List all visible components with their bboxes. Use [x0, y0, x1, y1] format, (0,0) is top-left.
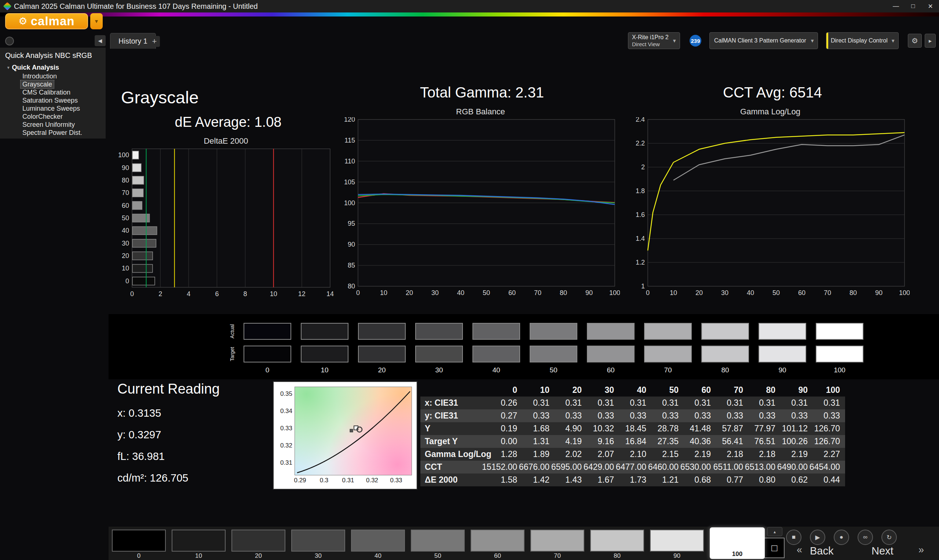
svg-text:60: 60: [508, 289, 516, 297]
target-row-label: Target: [224, 350, 241, 358]
pattern-level-40[interactable]: [351, 529, 405, 552]
table-cell: 0.33: [522, 409, 555, 422]
sidebar-item-cms-calibration[interactable]: CMS Calibration: [20, 88, 72, 96]
svg-text:100: 100: [899, 289, 910, 297]
table-cell: 0.31: [555, 397, 587, 409]
svg-text:105: 105: [344, 178, 355, 186]
refresh-button[interactable]: ↻: [881, 529, 897, 545]
sidebar-item-screen-uniformity[interactable]: Screen Uniformity: [20, 121, 77, 129]
svg-text:70: 70: [534, 289, 541, 297]
sidebar-item-colorchecker[interactable]: ColorChecker: [20, 112, 65, 121]
table-cell: 1.42: [522, 474, 555, 486]
table-cell: 0.33: [684, 409, 716, 422]
sidebar-item-grayscale[interactable]: Grayscale: [20, 80, 54, 88]
sidebar-root-node[interactable]: ▾ Quick Analysis: [0, 63, 106, 72]
svg-text:30: 30: [721, 289, 728, 297]
workspace-menu-button[interactable]: [5, 37, 14, 45]
pattern-level-100[interactable]: 100: [710, 528, 765, 559]
meter-count-badge[interactable]: 239: [689, 35, 701, 46]
table-row-gamma-log-log: Gamma Log/Log1.281.892.022.072.102.152.1…: [420, 448, 845, 461]
meter-dropdown[interactable]: X-Rite i1Pro 2 Direct View ▼: [628, 32, 680, 49]
pattern-generator-dropdown[interactable]: CalMAN Client 3 Pattern Generator ▼: [709, 32, 818, 49]
maximize-button[interactable]: □: [905, 0, 922, 12]
cie-y-tick: 0.35: [276, 390, 292, 398]
swatch-column-label: 90: [759, 366, 806, 374]
sidebar-item-introduction[interactable]: Introduction: [20, 72, 59, 80]
table-cell: 2.10: [619, 448, 651, 461]
pattern-level-10[interactable]: [172, 529, 225, 552]
pattern-level-30[interactable]: [291, 529, 345, 552]
main-menu-dropdown[interactable]: ▼: [90, 13, 103, 29]
sidebar-item-saturation-sweeps[interactable]: Saturation Sweeps: [20, 96, 80, 105]
cie-x-tick: 0.33: [387, 477, 406, 484]
panel-expand-button[interactable]: ▸: [925, 34, 936, 48]
svg-text:14: 14: [327, 290, 334, 298]
table-cell: 126.70: [813, 422, 845, 435]
page-title: Grayscale: [121, 87, 199, 108]
svg-text:85: 85: [348, 262, 355, 269]
svg-text:50: 50: [122, 214, 129, 222]
svg-text:90: 90: [122, 164, 129, 172]
actual-swatch-60: [587, 323, 635, 340]
table-column-header: 40: [619, 384, 651, 397]
minimize-button[interactable]: —: [887, 0, 905, 12]
svg-text:40: 40: [457, 289, 464, 297]
table-row-target-y: Target Y0.001.314.199.1616.8427.3540.365…: [420, 435, 845, 448]
table-cell: 10.32: [587, 422, 619, 435]
svg-text:2: 2: [159, 290, 162, 298]
table-cell: 0.33: [813, 409, 845, 422]
pattern-level-50[interactable]: [411, 529, 465, 552]
patch-label: 0: [112, 552, 166, 560]
actual-swatch-50: [530, 323, 577, 340]
table-column-header: 90: [780, 384, 813, 397]
table-row-cct: CCT15152.006676.006595.006429.006477.006…: [420, 461, 845, 474]
swatch-column-label: 10: [301, 366, 348, 374]
table-cell: 100.26: [780, 435, 813, 448]
next-button[interactable]: Next: [871, 545, 894, 557]
pattern-level-90[interactable]: [650, 529, 704, 552]
next-chevrons-icon[interactable]: »: [919, 544, 924, 555]
pattern-level-60[interactable]: [470, 529, 524, 552]
sidebar-collapse-button[interactable]: ◀: [95, 35, 106, 46]
sidebar-item-spectral-power-dist[interactable]: Spectral Power Dist.: [20, 129, 84, 137]
settings-gear-button[interactable]: ⚙: [908, 34, 922, 48]
back-chevrons-icon[interactable]: «: [797, 544, 802, 555]
table-cell: 0.31: [522, 397, 555, 409]
sidebar-item-luminance-sweeps[interactable]: Luminance Sweeps: [20, 105, 82, 112]
table-row-label: x: CIE31: [420, 397, 490, 409]
display-control-dropdown[interactable]: Direct Display Control ▼: [826, 32, 899, 49]
cie-x-tick: 0.3: [315, 477, 334, 484]
table-cell: 6676.00: [522, 461, 555, 474]
table-cell: 0.31: [619, 397, 651, 409]
table-cell: 126.70: [813, 435, 845, 448]
swatch-column-label: 80: [701, 366, 749, 374]
table-row-label: Gamma Log/Log: [420, 448, 490, 461]
grayscale-table: 0102030405060708090100x: CIE310.260.310.…: [420, 384, 845, 486]
pattern-level-0[interactable]: [112, 529, 166, 552]
table-cell: 6490.00: [780, 461, 813, 474]
svg-text:80: 80: [348, 283, 355, 290]
back-button[interactable]: Back: [810, 545, 833, 557]
table-cell: 40.36: [684, 435, 716, 448]
pattern-level-20[interactable]: [231, 529, 285, 552]
table-row-label: y: CIE31: [420, 409, 490, 422]
window-title: Calman 2025 Calman Ultimate for Business…: [14, 2, 258, 11]
patch-label: 60: [470, 552, 524, 560]
pattern-window-button[interactable]: □: [764, 538, 785, 558]
svg-text:0: 0: [130, 290, 134, 298]
bar-expand-button[interactable]: ▴: [767, 527, 782, 536]
stop-button[interactable]: ■: [786, 529, 802, 545]
play-button[interactable]: ▶: [810, 529, 825, 545]
pattern-level-70[interactable]: [530, 529, 584, 552]
pattern-level-80[interactable]: [590, 529, 644, 552]
reading-cdm2: cd/m²: 126.705: [117, 472, 220, 484]
calman-logo-button[interactable]: ⚙ calman: [5, 13, 88, 29]
svg-text:30: 30: [122, 240, 129, 247]
loop-button[interactable]: ∞: [857, 529, 873, 545]
record-button[interactable]: ●: [834, 529, 849, 545]
current-reading-title: Current Reading: [117, 381, 220, 397]
close-button[interactable]: ✕: [922, 0, 939, 12]
patch-label: 70: [530, 552, 584, 560]
add-tab-button[interactable]: +: [149, 36, 160, 47]
cct-average-readout: CCT Avg: 6514: [663, 84, 882, 101]
